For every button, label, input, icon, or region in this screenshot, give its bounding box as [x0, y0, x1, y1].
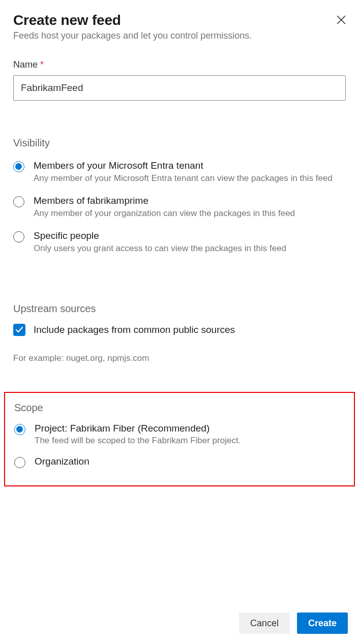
scope-highlight-box: Scope Project: Fabrikam Fiber (Recommend… — [4, 392, 355, 486]
visibility-option-entra[interactable]: Members of your Microsoft Entra tenant A… — [13, 160, 346, 184]
radio-label: Members of fabrikamprime — [34, 195, 346, 207]
radio-icon[interactable] — [14, 424, 25, 435]
upstream-checkbox[interactable] — [13, 324, 25, 336]
radio-label: Specific people — [34, 230, 346, 242]
radio-label: Organization — [35, 456, 345, 468]
visibility-option-specific[interactable]: Specific people Only users you grant acc… — [13, 230, 346, 254]
name-input[interactable] — [13, 75, 346, 101]
radio-label: Project: Fabrikam Fiber (Recommended) — [35, 423, 345, 435]
dialog-subtitle: Feeds host your packages and let you con… — [13, 30, 346, 41]
scope-heading: Scope — [14, 402, 345, 414]
name-label: Name * — [13, 59, 346, 70]
close-icon[interactable] — [337, 15, 346, 24]
required-marker: * — [40, 59, 44, 70]
visibility-option-org-members[interactable]: Members of fabrikamprime Any member of y… — [13, 195, 346, 219]
check-icon — [15, 326, 23, 334]
upstream-example: For example: nuget.org, npmjs.com — [13, 353, 346, 363]
radio-desc: Any member of your organization can view… — [34, 208, 346, 219]
radio-icon[interactable] — [14, 457, 25, 468]
radio-icon[interactable] — [13, 196, 24, 207]
radio-label: Members of your Microsoft Entra tenant — [34, 160, 346, 172]
radio-icon[interactable] — [13, 161, 24, 172]
radio-desc: The feed will be scoped to the Fabrikam … — [35, 435, 345, 446]
create-button[interactable]: Create — [297, 612, 348, 634]
dialog-title: Create new feed — [13, 12, 121, 28]
visibility-heading: Visibility — [13, 137, 346, 149]
radio-icon[interactable] — [13, 231, 24, 242]
cancel-button[interactable]: Cancel — [239, 612, 290, 634]
upstream-heading: Upstream sources — [13, 303, 346, 315]
scope-option-organization[interactable]: Organization — [14, 456, 345, 468]
upstream-checkbox-label: Include packages from common public sour… — [34, 324, 235, 335]
radio-desc: Only users you grant access to can view … — [34, 243, 346, 254]
scope-option-project[interactable]: Project: Fabrikam Fiber (Recommended) Th… — [14, 423, 345, 447]
radio-desc: Any member of your Microsoft Entra tenan… — [34, 173, 346, 184]
